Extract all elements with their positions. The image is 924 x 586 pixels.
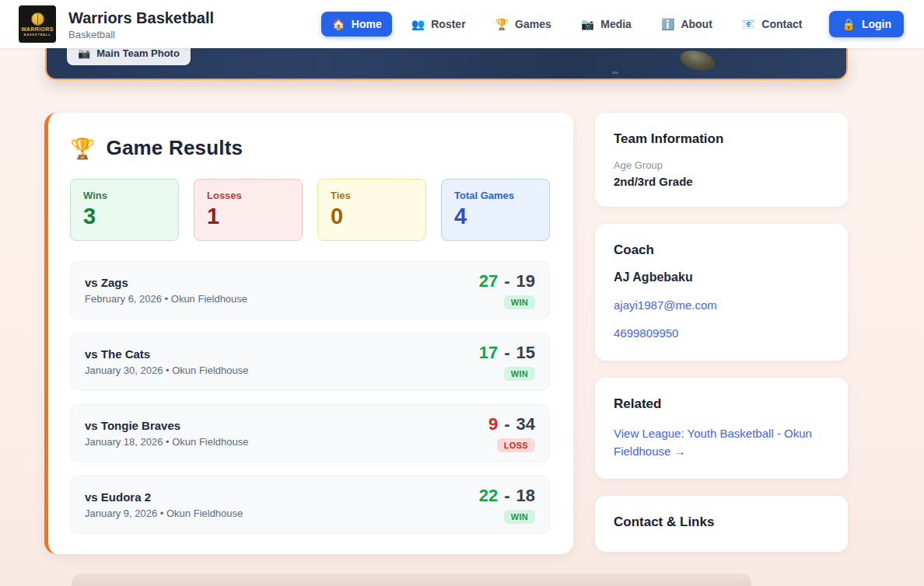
game-score: 27 - 19 WIN	[479, 271, 535, 309]
page: WARRIORS BASKETBALL Warriors Basketball …	[0, 0, 924, 586]
logo-subtext: BASKETBALL	[23, 33, 51, 37]
results-title: Game Results	[106, 136, 243, 160]
nav-item-home[interactable]: 🏠 Home	[321, 12, 391, 37]
basketball-logo-icon	[31, 12, 44, 26]
team-score: 27	[479, 271, 498, 291]
info-icon: ℹ️	[661, 19, 674, 30]
game-row-tongie-braves[interactable]: vs Tongie Braves January 18, 2026 • Okun…	[70, 404, 550, 462]
game-info: vs Zags February 6, 2026 • Okun Fieldhou…	[85, 276, 247, 305]
game-row-zags[interactable]: vs Zags February 6, 2026 • Okun Fieldhou…	[70, 261, 550, 319]
photo-detail	[612, 72, 618, 74]
coach-email-link[interactable]: ajayi1987@me.com	[614, 296, 829, 314]
related-card: Related View League: Youth Basketball - …	[595, 378, 848, 479]
contact-icon: 📧	[742, 19, 755, 30]
game-info: vs Tongie Braves January 18, 2026 • Okun…	[85, 419, 249, 448]
badge-label: Main Team Photo	[96, 48, 180, 59]
game-score: 17 - 15 WIN	[479, 343, 535, 381]
main-content: 🏆 Game Results Wins 3 Losses 1 Ties 0 To…	[44, 113, 848, 554]
game-meta: February 6, 2026 • Okun Fieldhouse	[85, 293, 247, 305]
result-badge: WIN	[504, 367, 535, 381]
related-title: Related	[614, 396, 829, 412]
stat-value: 0	[331, 204, 413, 228]
roster-icon: 👥	[411, 19, 425, 30]
result-badge: LOSS	[497, 438, 535, 452]
game-row-eudora-2[interactable]: vs Eudora 2 January 9, 2026 • Okun Field…	[70, 476, 550, 534]
age-group-value: 2nd/3rd Grade	[614, 175, 829, 188]
sidebar: Team Information Age Group 2nd/3rd Grade…	[595, 113, 848, 552]
team-score: 9	[488, 414, 498, 434]
nav-item-media[interactable]: 📷 Media	[571, 12, 642, 37]
stat-wins: Wins 3	[70, 179, 179, 241]
photo-object	[678, 48, 717, 74]
result-badge: WIN	[504, 510, 535, 524]
nav-label: Roster	[431, 18, 465, 30]
results-header: 🏆 Game Results	[70, 136, 550, 160]
stat-label: Wins	[83, 190, 166, 201]
score-line: 27 - 19	[479, 271, 535, 291]
team-score: 17	[479, 343, 498, 363]
opponent-name: vs Tongie Braves	[85, 419, 249, 432]
coach-card: Coach AJ Agbebaku ajayi1987@me.com 46998…	[595, 224, 848, 361]
stat-value: 3	[83, 204, 166, 228]
stat-losses: Losses 1	[194, 179, 303, 241]
lock-icon: 🔒	[842, 19, 855, 30]
nav-label: Home	[352, 18, 382, 30]
score-line: 9 - 34	[488, 414, 535, 434]
game-row-the-cats[interactable]: vs The Cats January 30, 2026 • Okun Fiel…	[70, 333, 550, 391]
team-score: 22	[479, 486, 498, 506]
opponent-score: 15	[516, 343, 535, 363]
games-list: vs Zags February 6, 2026 • Okun Fieldhou…	[70, 261, 550, 534]
stats-row: Wins 3 Losses 1 Ties 0 Total Games 4	[70, 179, 550, 241]
team-logo: WARRIORS BASKETBALL	[19, 5, 56, 43]
view-league-link[interactable]: View League: Youth Basketball - Okun Fie…	[614, 424, 829, 460]
nav-label: About	[681, 18, 712, 30]
trophy-icon: 🏆	[70, 138, 95, 159]
camera-icon: 📷	[78, 48, 90, 59]
login-button[interactable]: 🔒 Login	[829, 11, 904, 37]
home-icon: 🏠	[331, 19, 345, 30]
nav-label: Games	[515, 18, 551, 30]
contact-links-card: Contact & Links	[595, 496, 848, 552]
stat-label: Ties	[331, 190, 413, 201]
opponent-name: vs Eudora 2	[85, 490, 243, 504]
camera-icon: 📷	[581, 19, 594, 30]
nav-item-about[interactable]: ℹ️ About	[651, 12, 723, 37]
coach-title: Coach	[614, 242, 829, 258]
coach-phone-link[interactable]: 4699809950	[614, 324, 829, 342]
score-separator: -	[504, 271, 509, 291]
score-line: 22 - 18	[479, 486, 535, 506]
game-meta: January 30, 2026 • Okun Fieldhouse	[85, 365, 249, 376]
game-score: 9 - 34 LOSS	[488, 414, 535, 452]
brand: WARRIORS BASKETBALL Warriors Basketball …	[19, 5, 214, 43]
stat-label: Total Games	[454, 190, 537, 201]
nav-item-roster[interactable]: 👥 Roster	[401, 12, 476, 37]
stat-total-games: Total Games 4	[441, 179, 550, 241]
team-information-title: Team Information	[614, 131, 829, 147]
main-nav: 🏠 Home 👥 Roster 🏆 Games 📷 Media ℹ️ About…	[321, 11, 904, 37]
team-photo-banner[interactable]: 📷 Main Team Photo	[45, 48, 848, 80]
game-info: vs The Cats January 30, 2026 • Okun Fiel…	[85, 347, 249, 376]
opponent-score: 34	[516, 414, 535, 434]
stat-value: 1	[207, 204, 289, 228]
nav-label: Media	[600, 18, 632, 30]
contact-links-title: Contact & Links	[614, 514, 829, 530]
nav-item-games[interactable]: 🏆 Games	[485, 12, 562, 37]
site-title: Warriors Basketball	[68, 9, 214, 27]
result-badge: WIN	[504, 295, 535, 309]
age-group-label: Age Group	[614, 159, 829, 171]
opponent-name: vs Zags	[85, 276, 247, 289]
nav-item-contact[interactable]: 📧 Contact	[732, 12, 813, 37]
opponent-score: 19	[516, 271, 535, 291]
score-separator: -	[504, 486, 509, 506]
stat-label: Losses	[207, 190, 289, 201]
nav-label: Contact	[761, 18, 802, 30]
game-meta: January 9, 2026 • Okun Fieldhouse	[85, 508, 243, 519]
stat-ties: Ties 0	[317, 179, 426, 241]
stat-value: 4	[454, 204, 537, 228]
score-line: 17 - 15	[479, 343, 535, 363]
main-team-photo-badge: 📷 Main Team Photo	[67, 48, 191, 65]
score-separator: -	[504, 414, 509, 434]
logo-text: WARRIORS	[21, 26, 54, 33]
game-results-card: 🏆 Game Results Wins 3 Losses 1 Ties 0 To…	[44, 113, 573, 554]
opponent-score: 18	[516, 486, 535, 506]
